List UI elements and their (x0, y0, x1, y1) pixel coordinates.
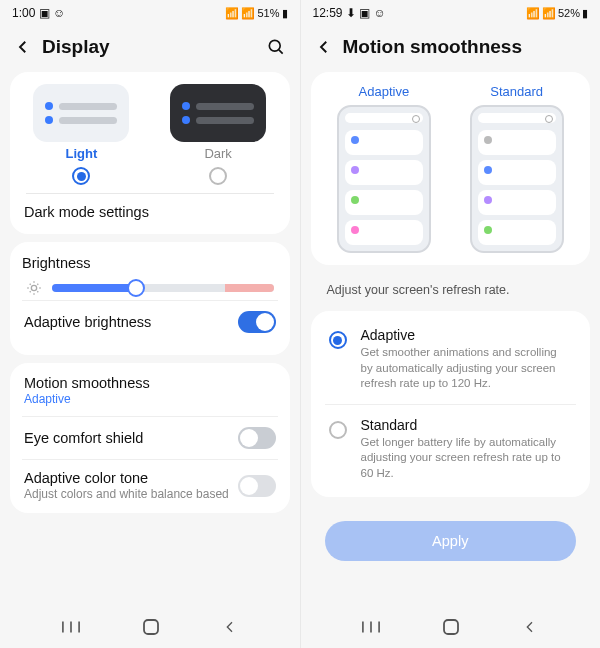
radio-light[interactable] (72, 167, 90, 185)
radio-standard[interactable] (329, 421, 347, 439)
preview-card: Adaptive Standard (311, 72, 591, 265)
svg-rect-3 (444, 620, 458, 634)
option-adaptive[interactable]: Adaptive Get smoother animations and scr… (325, 315, 577, 405)
eye-comfort-row: Eye comfort shield (22, 416, 278, 459)
motion-smoothness-row[interactable]: Motion smoothness Adaptive (22, 365, 278, 416)
preview-phone-standard (470, 105, 564, 253)
page-title: Display (42, 36, 256, 58)
theme-option-light[interactable]: Light (22, 84, 141, 185)
preview-adaptive: Adaptive (323, 84, 446, 253)
status-right: 📶📶 52%▮ (526, 7, 588, 20)
brightness-icon (26, 280, 42, 296)
refresh-rate-description: Adjust your screen's refresh rate. (311, 273, 591, 303)
preview-phone-adaptive (337, 105, 431, 253)
page-header: Motion smoothness (301, 26, 601, 72)
page-title: Motion smoothness (343, 36, 587, 58)
adaptive-color-row: Adaptive color tone Adjust colors and wh… (22, 459, 278, 511)
status-time: 1:00 ▣ ☺ (12, 6, 65, 20)
motion-smoothness-screen: 12:59 ⬇ ▣ ☺ 📶📶 52%▮ Motion smoothness Ad… (301, 0, 601, 648)
theme-preview-light (33, 84, 129, 142)
svg-point-1 (31, 285, 36, 290)
adaptive-color-toggle[interactable] (238, 475, 276, 497)
status-bar: 12:59 ⬇ ▣ ☺ 📶📶 52%▮ (301, 0, 601, 26)
theme-preview-dark (170, 84, 266, 142)
nav-back-icon[interactable] (522, 619, 538, 639)
option-standard[interactable]: Standard Get longer battery life by auto… (325, 405, 577, 494)
status-right: 📶📶 51%▮ (225, 7, 287, 20)
nav-bar (301, 610, 601, 648)
preview-standard: Standard (455, 84, 578, 253)
back-icon[interactable] (315, 38, 333, 56)
svg-rect-2 (144, 620, 158, 634)
display-settings-screen: 1:00 ▣ ☺ 📶📶 51%▮ Display Light (0, 0, 300, 648)
refresh-options-card: Adaptive Get smoother animations and scr… (311, 311, 591, 497)
theme-option-dark[interactable]: Dark (159, 84, 278, 185)
svg-point-0 (269, 40, 280, 51)
nav-back-icon[interactable] (222, 619, 238, 639)
theme-card: Light Dark Dark mode settings (10, 72, 290, 234)
search-icon[interactable] (266, 37, 286, 57)
theme-label-dark: Dark (204, 146, 231, 161)
status-bar: 1:00 ▣ ☺ 📶📶 51%▮ (0, 0, 300, 26)
back-icon[interactable] (14, 38, 32, 56)
page-header: Display (0, 26, 300, 72)
nav-home-icon[interactable] (443, 619, 459, 639)
nav-bar (0, 610, 300, 648)
radio-adaptive[interactable] (329, 331, 347, 349)
adaptive-brightness-toggle[interactable] (238, 311, 276, 333)
brightness-label: Brightness (22, 255, 91, 271)
apply-button[interactable]: Apply (325, 521, 577, 561)
radio-dark[interactable] (209, 167, 227, 185)
brightness-slider[interactable] (52, 284, 274, 292)
nav-recents-icon[interactable] (62, 620, 80, 638)
nav-recents-icon[interactable] (362, 620, 380, 638)
eye-comfort-toggle[interactable] (238, 427, 276, 449)
nav-home-icon[interactable] (143, 619, 159, 639)
dark-mode-settings-link[interactable]: Dark mode settings (24, 204, 149, 220)
brightness-card: Brightness Adaptive brightness (10, 242, 290, 355)
theme-label-light: Light (65, 146, 97, 161)
display-options-group: Motion smoothness Adaptive Eye comfort s… (10, 363, 290, 513)
status-time: 12:59 ⬇ ▣ ☺ (313, 6, 386, 20)
adaptive-brightness-label: Adaptive brightness (24, 314, 151, 330)
